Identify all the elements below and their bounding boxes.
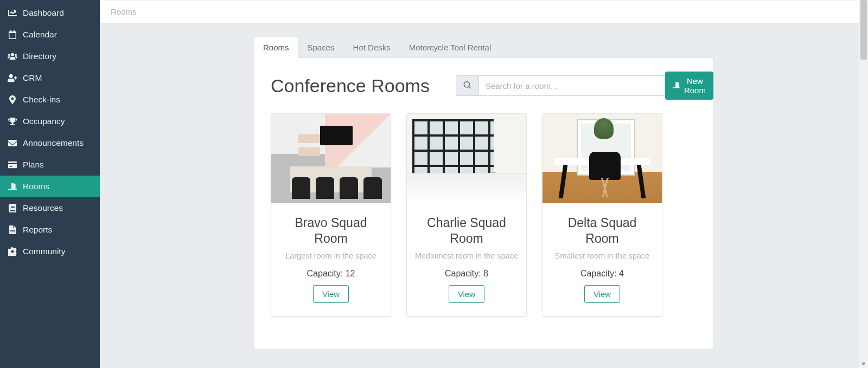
sidebar-item-reports[interactable]: Reports <box>0 219 100 241</box>
sidebar-item-dashboard[interactable]: Dashboard <box>0 2 100 24</box>
tabs: Rooms Spaces Hot Desks Motorcycle Tool R… <box>254 37 714 58</box>
new-room-button[interactable]: New Room <box>665 72 713 100</box>
search-group <box>456 75 665 96</box>
room-card: Charlie Squad Room Mediumest room in the… <box>406 113 527 317</box>
sidebar-item-calendar[interactable]: Calendar <box>0 24 100 46</box>
sidebar-item-crm[interactable]: CRM <box>0 67 100 89</box>
room-card: Bravo Squad Room Largest room in the spa… <box>271 113 391 317</box>
sidebar-item-announcements[interactable]: Announcements <box>0 132 100 154</box>
panel-header: Conference Rooms New Room <box>271 72 697 100</box>
trophy-icon <box>8 117 17 126</box>
room-card-body: Charlie Squad Room Mediumest room in the… <box>407 203 526 316</box>
room-capacity: Capacity: 12 <box>279 269 383 279</box>
panel: Conference Rooms New Room <box>254 57 714 350</box>
gear-icon <box>8 247 17 256</box>
sidebar-item-checkins[interactable]: Check-ins <box>0 89 100 111</box>
breadcrumb-bar: Rooms <box>100 0 868 23</box>
dashboard-icon <box>8 9 17 17</box>
tab-motorcycle-tool-rental[interactable]: Motorcycle Tool Rental <box>400 37 500 58</box>
tab-hot-desks[interactable]: Hot Desks <box>344 37 400 58</box>
door-icon <box>673 81 680 91</box>
room-card: Delta Squad Room Smallest room in the sp… <box>542 113 662 317</box>
room-name: Bravo Squad Room <box>279 215 383 247</box>
room-capacity: Capacity: 4 <box>550 269 654 279</box>
room-name: Charlie Squad Room <box>414 215 519 247</box>
sidebar-item-plans[interactable]: Plans <box>0 154 100 176</box>
sidebar-item-label: Dashboard <box>23 8 64 18</box>
sidebar-item-rooms[interactable]: Rooms <box>0 176 100 197</box>
search-button[interactable] <box>456 75 478 96</box>
view-button[interactable]: View <box>449 285 484 303</box>
credit-card-icon <box>8 160 17 169</box>
calendar-icon <box>8 30 17 39</box>
tab-rooms[interactable]: Rooms <box>254 37 298 58</box>
sidebar-item-resources[interactable]: Resources <box>0 197 100 219</box>
envelope-icon <box>8 139 17 147</box>
report-icon <box>8 225 17 234</box>
sidebar-item-label: Resources <box>23 203 63 213</box>
sidebar-item-label: Check-ins <box>23 95 60 105</box>
sidebar-item-occupancy[interactable]: Occupancy <box>0 111 100 132</box>
door-icon <box>8 182 17 191</box>
tab-spaces[interactable]: Spaces <box>298 37 344 58</box>
sidebar-item-directory[interactable]: Directory <box>0 46 100 67</box>
content-wrap: Rooms Spaces Hot Desks Motorcycle Tool R… <box>100 23 868 368</box>
room-name: Delta Squad Room <box>550 215 654 247</box>
breadcrumb: Rooms <box>111 7 137 16</box>
sidebar-item-community[interactable]: Community <box>0 241 100 262</box>
sidebar-item-label: Community <box>23 247 65 256</box>
room-description: Largest room in the space <box>279 251 383 262</box>
sidebar-item-label: CRM <box>23 73 42 83</box>
room-grid: Bravo Squad Room Largest room in the spa… <box>271 113 697 317</box>
sidebar-item-label: Calendar <box>23 30 57 40</box>
sidebar-item-label: Plans <box>23 160 44 170</box>
room-card-body: Delta Squad Room Smallest room in the sp… <box>542 203 662 316</box>
view-button[interactable]: View <box>584 285 620 303</box>
users-icon <box>8 52 17 61</box>
main-content: Rooms Rooms Spaces Hot Desks Motorcycle … <box>100 0 868 368</box>
sidebar-item-label: Reports <box>23 225 52 235</box>
sidebar-item-label: Occupancy <box>23 117 65 126</box>
sidebar-item-label: Rooms <box>23 182 49 191</box>
page-title: Conference Rooms <box>271 75 430 96</box>
room-image <box>542 114 662 203</box>
sidebar: Dashboard Calendar Directory CRM Check-i… <box>0 0 100 368</box>
map-pin-icon <box>8 95 17 104</box>
scrollbar-thumb[interactable] <box>860 0 867 60</box>
new-room-label: New Room <box>684 76 706 95</box>
scrollbar[interactable] <box>859 0 868 368</box>
sidebar-item-label: Directory <box>23 51 56 61</box>
book-icon <box>8 204 17 212</box>
search-icon <box>463 81 471 91</box>
room-image <box>271 114 391 203</box>
room-capacity: Capacity: 8 <box>414 269 519 279</box>
room-image <box>407 114 526 203</box>
room-description: Mediumest room in the space <box>414 251 519 262</box>
room-card-body: Bravo Squad Room Largest room in the spa… <box>271 203 391 316</box>
scroll-down-arrow-icon[interactable] <box>859 359 868 368</box>
view-button[interactable]: View <box>313 285 349 303</box>
search-input[interactable] <box>478 75 665 96</box>
room-description: Smallest room in the space <box>550 251 654 262</box>
user-plus-icon <box>8 74 17 82</box>
sidebar-item-label: Announcements <box>23 138 84 148</box>
